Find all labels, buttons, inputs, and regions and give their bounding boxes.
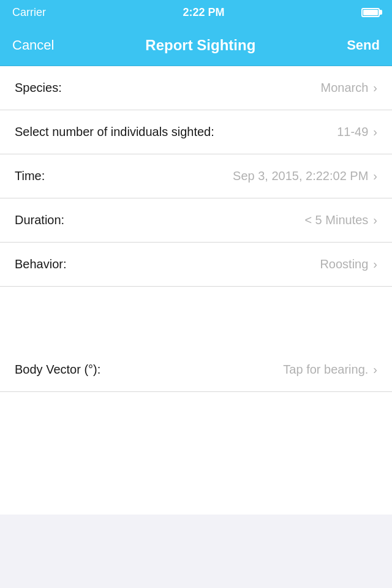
species-value-container: Monarch › — [321, 81, 377, 95]
send-button[interactable]: Send — [347, 32, 380, 58]
behavior-label: Behavior: — [15, 257, 67, 271]
behavior-value-container: Roosting › — [320, 257, 377, 271]
duration-value: < 5 Minutes — [304, 213, 368, 227]
body-vector-value-container: Tap for bearing. › — [283, 363, 377, 377]
species-row[interactable]: Species: Monarch › — [0, 66, 392, 110]
time-label: Time: — [15, 169, 45, 183]
form-content: Species: Monarch › Select number of indi… — [0, 66, 392, 514]
body-vector-chevron-icon: › — [373, 363, 377, 377]
nav-bar: Cancel Report Sighting Send — [0, 24, 392, 66]
duration-value-container: < 5 Minutes › — [304, 213, 377, 227]
behavior-value: Roosting — [320, 257, 368, 271]
battery-icon — [361, 8, 380, 17]
bottom-spacer — [0, 392, 392, 514]
individuals-value-container: 11-49 › — [337, 125, 377, 139]
status-bar: Carrier 2:22 PM — [0, 0, 392, 24]
carrier-label: Carrier — [12, 6, 46, 19]
cancel-button[interactable]: Cancel — [12, 32, 54, 58]
species-label: Species: — [15, 81, 62, 95]
individuals-row[interactable]: Select number of individuals sighted: 11… — [0, 110, 392, 154]
individuals-label: Select number of individuals sighted: — [15, 125, 214, 139]
time-value: Sep 3, 2015, 2:22:02 PM — [233, 169, 368, 183]
time-row[interactable]: Time: Sep 3, 2015, 2:22:02 PM › — [0, 154, 392, 198]
individuals-chevron-icon: › — [373, 125, 377, 139]
species-chevron-icon: › — [373, 81, 377, 95]
body-vector-row[interactable]: Body Vector (°): Tap for bearing. › — [0, 348, 392, 392]
behavior-row[interactable]: Behavior: Roosting › — [0, 243, 392, 287]
duration-chevron-icon: › — [373, 213, 377, 227]
body-vector-label: Body Vector (°): — [15, 363, 100, 377]
time-value-container: Sep 3, 2015, 2:22:02 PM › — [233, 169, 377, 183]
time-chevron-icon: › — [373, 169, 377, 183]
nav-title: Report Sighting — [145, 37, 255, 54]
duration-label: Duration: — [15, 213, 64, 227]
time-label: 2:22 PM — [183, 6, 224, 19]
behavior-chevron-icon: › — [373, 257, 377, 271]
individuals-value: 11-49 — [337, 125, 368, 139]
body-vector-placeholder: Tap for bearing. — [283, 363, 368, 377]
status-icons — [361, 8, 380, 17]
gap-spacer — [0, 287, 392, 348]
species-value: Monarch — [321, 81, 369, 95]
duration-row[interactable]: Duration: < 5 Minutes › — [0, 198, 392, 243]
